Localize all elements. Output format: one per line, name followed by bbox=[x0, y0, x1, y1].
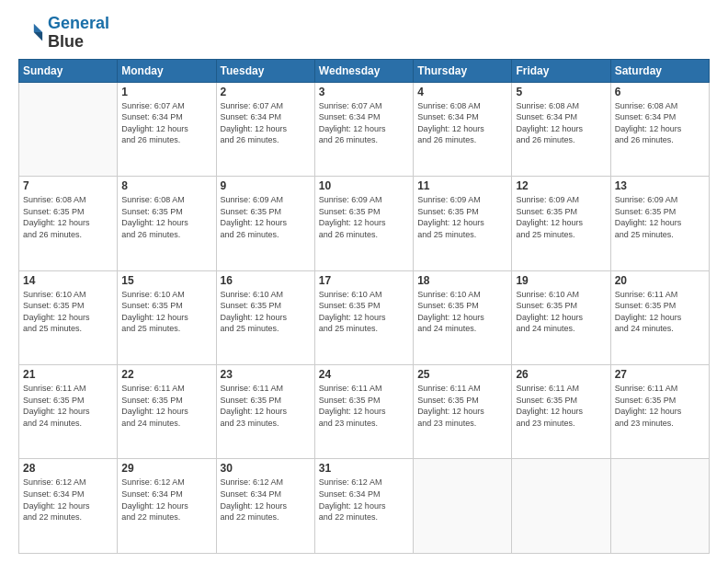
day-number: 6 bbox=[615, 86, 705, 98]
day-number: 31 bbox=[319, 462, 409, 475]
day-info: Sunrise: 6:08 AMSunset: 6:34 PMDaylight:… bbox=[417, 100, 507, 146]
calendar-cell: 3Sunrise: 6:07 AMSunset: 6:34 PMDaylight… bbox=[314, 82, 413, 176]
calendar-cell: 28Sunrise: 6:12 AMSunset: 6:34 PMDayligh… bbox=[19, 459, 118, 554]
calendar-cell bbox=[512, 459, 610, 554]
calendar-cell: 19Sunrise: 6:10 AMSunset: 6:35 PMDayligh… bbox=[512, 270, 610, 364]
day-info: Sunrise: 6:12 AMSunset: 6:34 PMDaylight:… bbox=[121, 477, 211, 523]
logo-icon bbox=[18, 20, 44, 46]
weekday-header-friday: Friday bbox=[512, 59, 610, 82]
calendar-cell: 8Sunrise: 6:08 AMSunset: 6:35 PMDaylight… bbox=[118, 177, 216, 270]
day-number: 19 bbox=[516, 274, 606, 287]
day-number: 22 bbox=[121, 368, 211, 381]
day-number: 15 bbox=[121, 274, 211, 287]
week-row-5: 28Sunrise: 6:12 AMSunset: 6:34 PMDayligh… bbox=[19, 459, 710, 554]
calendar-table: SundayMondayTuesdayWednesdayThursdayFrid… bbox=[18, 59, 710, 554]
weekday-header-tuesday: Tuesday bbox=[216, 59, 314, 82]
svg-marker-1 bbox=[34, 32, 42, 40]
calendar-cell bbox=[19, 82, 118, 176]
weekday-header-saturday: Saturday bbox=[610, 59, 709, 82]
calendar-cell: 18Sunrise: 6:10 AMSunset: 6:35 PMDayligh… bbox=[414, 270, 512, 364]
day-info: Sunrise: 6:10 AMSunset: 6:35 PMDaylight:… bbox=[516, 289, 606, 335]
calendar-cell: 9Sunrise: 6:09 AMSunset: 6:35 PMDaylight… bbox=[216, 177, 314, 270]
day-info: Sunrise: 6:11 AMSunset: 6:35 PMDaylight:… bbox=[121, 383, 211, 429]
week-row-3: 14Sunrise: 6:10 AMSunset: 6:35 PMDayligh… bbox=[19, 270, 710, 364]
day-info: Sunrise: 6:11 AMSunset: 6:35 PMDaylight:… bbox=[615, 289, 705, 335]
day-number: 24 bbox=[319, 368, 409, 381]
calendar-cell: 29Sunrise: 6:12 AMSunset: 6:34 PMDayligh… bbox=[118, 459, 216, 554]
weekday-header-thursday: Thursday bbox=[414, 59, 512, 82]
week-row-2: 7Sunrise: 6:08 AMSunset: 6:35 PMDaylight… bbox=[19, 177, 710, 270]
week-row-4: 21Sunrise: 6:11 AMSunset: 6:35 PMDayligh… bbox=[19, 365, 710, 459]
day-info: Sunrise: 6:11 AMSunset: 6:35 PMDaylight:… bbox=[23, 383, 113, 429]
day-info: Sunrise: 6:08 AMSunset: 6:34 PMDaylight:… bbox=[615, 100, 705, 146]
day-number: 21 bbox=[23, 368, 113, 381]
calendar-cell: 12Sunrise: 6:09 AMSunset: 6:35 PMDayligh… bbox=[512, 177, 610, 270]
calendar-cell: 27Sunrise: 6:11 AMSunset: 6:35 PMDayligh… bbox=[610, 365, 709, 459]
day-number: 7 bbox=[23, 179, 113, 192]
weekday-header-row: SundayMondayTuesdayWednesdayThursdayFrid… bbox=[19, 59, 710, 82]
calendar-cell: 11Sunrise: 6:09 AMSunset: 6:35 PMDayligh… bbox=[414, 177, 512, 270]
day-number: 29 bbox=[121, 462, 211, 475]
calendar-cell bbox=[610, 459, 709, 554]
day-info: Sunrise: 6:08 AMSunset: 6:35 PMDaylight:… bbox=[23, 194, 113, 240]
day-number: 8 bbox=[121, 179, 211, 192]
day-info: Sunrise: 6:11 AMSunset: 6:35 PMDaylight:… bbox=[516, 383, 606, 429]
calendar-cell: 15Sunrise: 6:10 AMSunset: 6:35 PMDayligh… bbox=[118, 270, 216, 364]
calendar-cell: 5Sunrise: 6:08 AMSunset: 6:34 PMDaylight… bbox=[512, 82, 610, 176]
calendar-cell: 10Sunrise: 6:09 AMSunset: 6:35 PMDayligh… bbox=[314, 177, 413, 270]
day-info: Sunrise: 6:10 AMSunset: 6:35 PMDaylight:… bbox=[319, 289, 409, 335]
day-number: 12 bbox=[516, 179, 606, 192]
calendar-cell: 14Sunrise: 6:10 AMSunset: 6:35 PMDayligh… bbox=[19, 270, 118, 364]
day-info: Sunrise: 6:10 AMSunset: 6:35 PMDaylight:… bbox=[221, 289, 311, 335]
day-number: 2 bbox=[221, 86, 311, 98]
calendar-cell: 4Sunrise: 6:08 AMSunset: 6:34 PMDaylight… bbox=[414, 82, 512, 176]
calendar-cell: 21Sunrise: 6:11 AMSunset: 6:35 PMDayligh… bbox=[19, 365, 118, 459]
day-info: Sunrise: 6:07 AMSunset: 6:34 PMDaylight:… bbox=[221, 100, 311, 146]
calendar-cell: 1Sunrise: 6:07 AMSunset: 6:34 PMDaylight… bbox=[118, 82, 216, 176]
day-info: Sunrise: 6:09 AMSunset: 6:35 PMDaylight:… bbox=[417, 194, 507, 240]
calendar-cell: 13Sunrise: 6:09 AMSunset: 6:35 PMDayligh… bbox=[610, 177, 709, 270]
day-info: Sunrise: 6:11 AMSunset: 6:35 PMDaylight:… bbox=[221, 383, 311, 429]
calendar-cell: 31Sunrise: 6:12 AMSunset: 6:34 PMDayligh… bbox=[314, 459, 413, 554]
calendar-cell: 20Sunrise: 6:11 AMSunset: 6:35 PMDayligh… bbox=[610, 270, 709, 364]
day-number: 16 bbox=[221, 274, 311, 287]
svg-marker-0 bbox=[34, 24, 42, 32]
day-number: 3 bbox=[319, 86, 409, 98]
logo-text-line1: General bbox=[48, 15, 109, 33]
day-info: Sunrise: 6:11 AMSunset: 6:35 PMDaylight:… bbox=[319, 383, 409, 429]
day-number: 9 bbox=[221, 179, 311, 192]
day-number: 28 bbox=[23, 462, 113, 475]
day-info: Sunrise: 6:12 AMSunset: 6:34 PMDaylight:… bbox=[319, 477, 409, 523]
calendar-cell: 17Sunrise: 6:10 AMSunset: 6:35 PMDayligh… bbox=[314, 270, 413, 364]
day-info: Sunrise: 6:09 AMSunset: 6:35 PMDaylight:… bbox=[319, 194, 409, 240]
header: General Blue bbox=[18, 15, 710, 52]
calendar-cell: 16Sunrise: 6:10 AMSunset: 6:35 PMDayligh… bbox=[216, 270, 314, 364]
calendar-cell: 23Sunrise: 6:11 AMSunset: 6:35 PMDayligh… bbox=[216, 365, 314, 459]
day-number: 23 bbox=[221, 368, 311, 381]
calendar-cell: 6Sunrise: 6:08 AMSunset: 6:34 PMDaylight… bbox=[610, 82, 709, 176]
day-number: 4 bbox=[417, 86, 507, 98]
page: General Blue SundayMondayTuesdayWednesda… bbox=[0, 0, 728, 563]
logo-text-line2: Blue bbox=[48, 33, 109, 52]
day-number: 13 bbox=[615, 179, 705, 192]
day-info: Sunrise: 6:12 AMSunset: 6:34 PMDaylight:… bbox=[23, 477, 113, 523]
day-number: 26 bbox=[516, 368, 606, 381]
day-info: Sunrise: 6:09 AMSunset: 6:35 PMDaylight:… bbox=[516, 194, 606, 240]
day-number: 10 bbox=[319, 179, 409, 192]
day-number: 18 bbox=[417, 274, 507, 287]
day-info: Sunrise: 6:10 AMSunset: 6:35 PMDaylight:… bbox=[121, 289, 211, 335]
calendar-cell: 22Sunrise: 6:11 AMSunset: 6:35 PMDayligh… bbox=[118, 365, 216, 459]
day-info: Sunrise: 6:08 AMSunset: 6:35 PMDaylight:… bbox=[121, 194, 211, 240]
calendar-cell: 2Sunrise: 6:07 AMSunset: 6:34 PMDaylight… bbox=[216, 82, 314, 176]
weekday-header-monday: Monday bbox=[118, 59, 216, 82]
calendar-cell: 30Sunrise: 6:12 AMSunset: 6:34 PMDayligh… bbox=[216, 459, 314, 554]
day-info: Sunrise: 6:10 AMSunset: 6:35 PMDaylight:… bbox=[23, 289, 113, 335]
day-number: 11 bbox=[417, 179, 507, 192]
weekday-header-wednesday: Wednesday bbox=[314, 59, 413, 82]
calendar-cell: 24Sunrise: 6:11 AMSunset: 6:35 PMDayligh… bbox=[314, 365, 413, 459]
weekday-header-sunday: Sunday bbox=[19, 59, 118, 82]
day-info: Sunrise: 6:11 AMSunset: 6:35 PMDaylight:… bbox=[417, 383, 507, 429]
calendar-cell: 26Sunrise: 6:11 AMSunset: 6:35 PMDayligh… bbox=[512, 365, 610, 459]
day-info: Sunrise: 6:10 AMSunset: 6:35 PMDaylight:… bbox=[417, 289, 507, 335]
day-info: Sunrise: 6:09 AMSunset: 6:35 PMDaylight:… bbox=[221, 194, 311, 240]
